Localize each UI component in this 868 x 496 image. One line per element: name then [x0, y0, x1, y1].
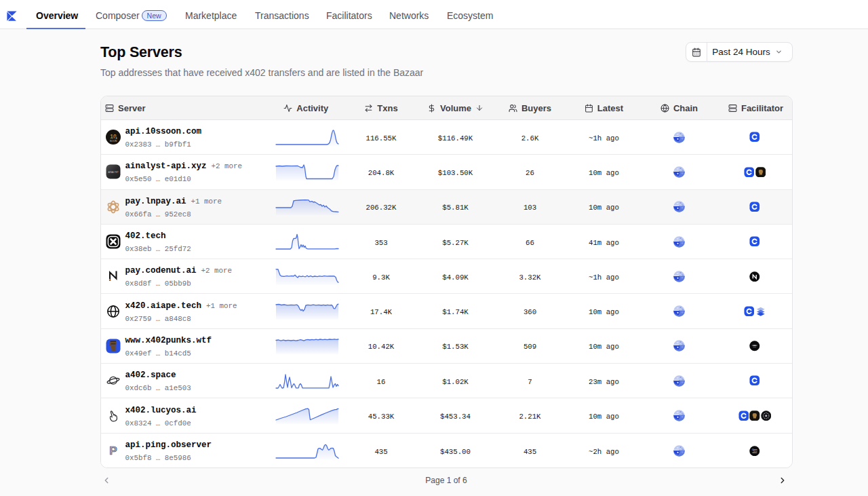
- svg-text:AINALYST: AINALYST: [108, 171, 118, 174]
- svg-text:P: P: [109, 444, 117, 457]
- svg-text:x402: x402: [753, 451, 757, 453]
